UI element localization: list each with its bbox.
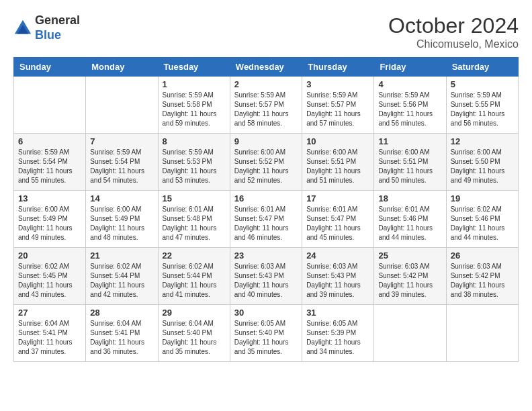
day-header-thursday: Thursday (302, 58, 374, 77)
day-header-monday: Monday (86, 58, 158, 77)
day-number: 12 (451, 136, 514, 146)
week-row-1: 1Sunrise: 5:59 AM Sunset: 5:58 PM Daylig… (14, 77, 519, 134)
day-number: 7 (90, 136, 153, 146)
calendar-cell: 4Sunrise: 5:59 AM Sunset: 5:56 PM Daylig… (374, 77, 446, 134)
calendar-cell: 6Sunrise: 5:59 AM Sunset: 5:54 PM Daylig… (14, 134, 86, 191)
day-info: Sunrise: 6:00 AM Sunset: 5:51 PM Dayligh… (378, 148, 441, 185)
calendar-cell: 1Sunrise: 5:59 AM Sunset: 5:58 PM Daylig… (158, 77, 230, 134)
day-number: 28 (90, 308, 153, 318)
day-info: Sunrise: 6:00 AM Sunset: 5:49 PM Dayligh… (90, 205, 153, 242)
day-number: 20 (18, 250, 81, 261)
day-info: Sunrise: 6:02 AM Sunset: 5:44 PM Dayligh… (90, 262, 153, 300)
calendar-cell: 20Sunrise: 6:02 AM Sunset: 5:45 PM Dayli… (14, 248, 86, 305)
calendar-cell: 19Sunrise: 6:02 AM Sunset: 5:46 PM Dayli… (446, 191, 518, 248)
logo: General Blue (13, 13, 80, 42)
day-number: 27 (18, 308, 81, 318)
day-number: 30 (234, 308, 298, 318)
day-number: 13 (18, 193, 81, 203)
day-number: 15 (163, 193, 226, 203)
calendar-cell: 16Sunrise: 6:01 AM Sunset: 5:47 PM Dayli… (230, 191, 302, 248)
calendar-cell: 2Sunrise: 5:59 AM Sunset: 5:57 PM Daylig… (230, 77, 302, 134)
week-row-5: 27Sunrise: 6:04 AM Sunset: 5:41 PM Dayli… (14, 305, 519, 362)
day-info: Sunrise: 6:01 AM Sunset: 5:46 PM Dayligh… (378, 205, 441, 242)
day-info: Sunrise: 6:01 AM Sunset: 5:47 PM Dayligh… (234, 205, 298, 242)
day-info: Sunrise: 6:00 AM Sunset: 5:52 PM Dayligh… (234, 148, 298, 185)
day-info: Sunrise: 6:04 AM Sunset: 5:40 PM Dayligh… (163, 319, 226, 357)
calendar-cell: 7Sunrise: 5:59 AM Sunset: 5:54 PM Daylig… (86, 134, 158, 191)
day-number: 1 (163, 79, 226, 89)
logo-text: General Blue (35, 13, 80, 42)
day-info: Sunrise: 6:02 AM Sunset: 5:44 PM Dayligh… (163, 262, 226, 300)
calendar-cell: 11Sunrise: 6:00 AM Sunset: 5:51 PM Dayli… (374, 134, 446, 191)
day-info: Sunrise: 6:01 AM Sunset: 5:48 PM Dayligh… (163, 205, 226, 242)
day-info: Sunrise: 5:59 AM Sunset: 5:54 PM Dayligh… (90, 148, 153, 185)
calendar-cell (14, 77, 86, 134)
calendar-cell: 22Sunrise: 6:02 AM Sunset: 5:44 PM Dayli… (158, 248, 230, 305)
day-number: 23 (234, 250, 298, 261)
day-info: Sunrise: 6:00 AM Sunset: 5:51 PM Dayligh… (306, 148, 369, 185)
day-number: 26 (451, 250, 514, 261)
calendar-cell: 23Sunrise: 6:03 AM Sunset: 5:43 PM Dayli… (230, 248, 302, 305)
day-info: Sunrise: 6:03 AM Sunset: 5:43 PM Dayligh… (306, 262, 369, 300)
calendar-cell: 18Sunrise: 6:01 AM Sunset: 5:46 PM Dayli… (374, 191, 446, 248)
calendar-cell: 28Sunrise: 6:04 AM Sunset: 5:41 PM Dayli… (86, 305, 158, 362)
calendar-cell: 10Sunrise: 6:00 AM Sunset: 5:51 PM Dayli… (302, 134, 374, 191)
day-info: Sunrise: 5:59 AM Sunset: 5:57 PM Dayligh… (306, 91, 369, 128)
day-header-saturday: Saturday (446, 58, 518, 77)
logo-general: General (35, 13, 80, 27)
page-header: General Blue October 2024 Chicomuselo, M… (13, 13, 519, 50)
day-info: Sunrise: 6:00 AM Sunset: 5:49 PM Dayligh… (18, 205, 81, 242)
day-info: Sunrise: 5:59 AM Sunset: 5:55 PM Dayligh… (451, 91, 514, 128)
calendar-cell: 8Sunrise: 5:59 AM Sunset: 5:53 PM Daylig… (158, 134, 230, 191)
logo-icon (13, 19, 32, 38)
day-info: Sunrise: 5:59 AM Sunset: 5:56 PM Dayligh… (378, 91, 441, 128)
day-number: 2 (234, 79, 298, 89)
day-number: 16 (234, 193, 298, 203)
calendar-cell: 27Sunrise: 6:04 AM Sunset: 5:41 PM Dayli… (14, 305, 86, 362)
day-info: Sunrise: 6:01 AM Sunset: 5:47 PM Dayligh… (306, 205, 369, 242)
day-number: 9 (234, 136, 298, 146)
week-row-4: 20Sunrise: 6:02 AM Sunset: 5:45 PM Dayli… (14, 248, 519, 305)
day-number: 11 (378, 136, 441, 146)
day-info: Sunrise: 6:00 AM Sunset: 5:50 PM Dayligh… (451, 148, 514, 185)
day-info: Sunrise: 6:02 AM Sunset: 5:45 PM Dayligh… (18, 262, 81, 300)
day-header-friday: Friday (374, 58, 446, 77)
day-number: 3 (306, 79, 369, 89)
calendar-cell (374, 305, 446, 362)
day-info: Sunrise: 5:59 AM Sunset: 5:53 PM Dayligh… (163, 148, 226, 185)
calendar-cell: 5Sunrise: 5:59 AM Sunset: 5:55 PM Daylig… (446, 77, 518, 134)
day-number: 31 (306, 308, 369, 318)
day-number: 8 (163, 136, 226, 146)
day-number: 17 (306, 193, 369, 203)
day-number: 22 (163, 250, 226, 261)
week-row-2: 6Sunrise: 5:59 AM Sunset: 5:54 PM Daylig… (14, 134, 519, 191)
calendar-cell: 26Sunrise: 6:03 AM Sunset: 5:42 PM Dayli… (446, 248, 518, 305)
day-header-tuesday: Tuesday (158, 58, 230, 77)
day-info: Sunrise: 5:59 AM Sunset: 5:54 PM Dayligh… (18, 148, 81, 185)
day-number: 4 (378, 79, 441, 89)
day-info: Sunrise: 6:04 AM Sunset: 5:41 PM Dayligh… (18, 319, 81, 357)
day-info: Sunrise: 6:03 AM Sunset: 5:42 PM Dayligh… (378, 262, 441, 300)
location-subtitle: Chicomuselo, Mexico (388, 38, 519, 50)
day-info: Sunrise: 6:03 AM Sunset: 5:42 PM Dayligh… (451, 262, 514, 300)
calendar-cell: 17Sunrise: 6:01 AM Sunset: 5:47 PM Dayli… (302, 191, 374, 248)
day-number: 24 (306, 250, 369, 261)
calendar-cell: 21Sunrise: 6:02 AM Sunset: 5:44 PM Dayli… (86, 248, 158, 305)
calendar-cell: 13Sunrise: 6:00 AM Sunset: 5:49 PM Dayli… (14, 191, 86, 248)
day-number: 10 (306, 136, 369, 146)
day-info: Sunrise: 6:03 AM Sunset: 5:43 PM Dayligh… (234, 262, 298, 300)
day-info: Sunrise: 6:05 AM Sunset: 5:39 PM Dayligh… (306, 319, 369, 357)
calendar-cell: 3Sunrise: 5:59 AM Sunset: 5:57 PM Daylig… (302, 77, 374, 134)
calendar-cell: 31Sunrise: 6:05 AM Sunset: 5:39 PM Dayli… (302, 305, 374, 362)
header-row: SundayMondayTuesdayWednesdayThursdayFrid… (14, 58, 519, 77)
calendar-cell (86, 77, 158, 134)
day-number: 21 (90, 250, 153, 261)
day-number: 6 (18, 136, 81, 146)
calendar-cell: 12Sunrise: 6:00 AM Sunset: 5:50 PM Dayli… (446, 134, 518, 191)
day-number: 14 (90, 193, 153, 203)
day-header-sunday: Sunday (14, 58, 86, 77)
day-info: Sunrise: 6:05 AM Sunset: 5:40 PM Dayligh… (234, 319, 298, 357)
calendar-cell (446, 305, 518, 362)
week-row-3: 13Sunrise: 6:00 AM Sunset: 5:49 PM Dayli… (14, 191, 519, 248)
day-number: 19 (451, 193, 514, 203)
